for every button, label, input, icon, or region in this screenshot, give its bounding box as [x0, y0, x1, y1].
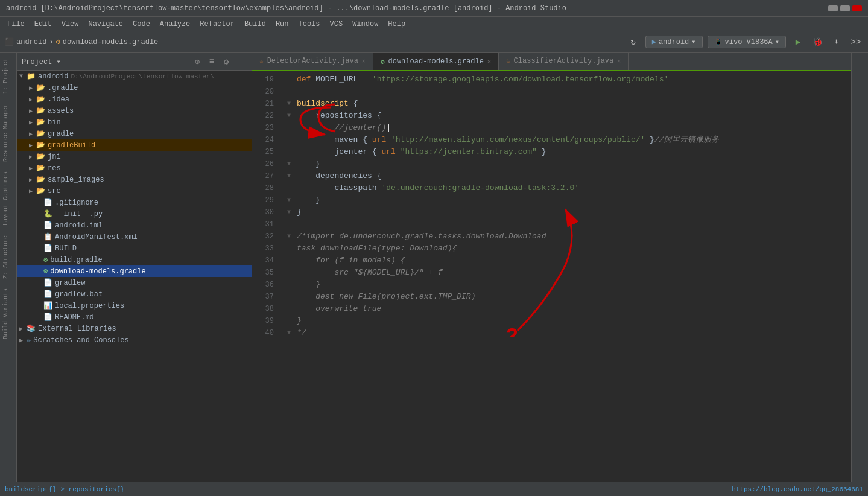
tree-gitignore[interactable]: 📄 .gitignore — [17, 197, 252, 208]
menu-window[interactable]: Window — [347, 19, 383, 30]
tree-sample-images[interactable]: ▶ 📂 sample_images — [17, 174, 252, 185]
tree-gradlew-bat[interactable]: 📄 gradlew.bat — [17, 288, 252, 300]
tab-detector-close[interactable]: ✕ — [362, 57, 366, 65]
minimize-btn[interactable] — [828, 5, 838, 11]
breadcrumb-status: buildscript{} > repositories{} — [5, 486, 124, 493]
tree-init-py-label: __init__.py — [55, 210, 103, 218]
tree-external-libraries[interactable]: ▶ 📚 External Libraries — [17, 323, 252, 334]
menu-analyze[interactable]: Analyze — [155, 19, 195, 30]
code-line-20 — [287, 86, 846, 98]
tree-idea[interactable]: ▶ 📂 .idea — [17, 94, 252, 105]
fold-21[interactable]: ▼ — [287, 98, 297, 110]
more-run-icon[interactable]: ⬇ — [829, 35, 844, 49]
debug-button[interactable]: 🐞 — [810, 35, 825, 49]
project-icon: ⬛ — [5, 37, 14, 46]
collapse-icon[interactable]: ≡ — [206, 56, 218, 68]
tab-download-models-close[interactable]: ✕ — [487, 58, 491, 65]
menu-file[interactable]: File — [2, 19, 30, 30]
tab-download-models[interactable]: ⚙ download-models.gradle ✕ — [373, 53, 499, 70]
fold-26[interactable]: ▼ — [287, 158, 297, 170]
menu-refactor[interactable]: Refactor — [195, 19, 239, 30]
device-dropdown[interactable]: 📱 vivo V1836A ▾ — [708, 36, 786, 48]
sidebar-title: Project ▾ — [22, 57, 188, 66]
menu-edit[interactable]: Edit — [30, 19, 57, 30]
code-line-21: ▼ buildscript { — [287, 98, 846, 110]
tree-android-iml[interactable]: 📄 android.iml — [17, 220, 252, 231]
maximize-btn[interactable] — [840, 5, 850, 11]
tree-gitignore-label: .gitignore — [55, 199, 98, 207]
menu-tools[interactable]: Tools — [294, 19, 325, 30]
tree-gradle[interactable]: ▶ 📂 .gradle — [17, 82, 252, 94]
code-line-25: jcenter { url "https://jcenter.bintray.c… — [287, 146, 846, 158]
menu-run[interactable]: Run — [271, 19, 294, 30]
tree-download-models-gradle[interactable]: ⚙ download-models.gradle — [17, 265, 252, 277]
tree-bin[interactable]: ▶ 📂 bin — [17, 116, 252, 128]
menu-code[interactable]: Code — [128, 19, 155, 30]
tree-assets-label: assets — [48, 107, 74, 115]
menu-build[interactable]: Build — [239, 19, 271, 30]
tree-gradlew[interactable]: 📄 gradlew — [17, 277, 252, 288]
sync-icon[interactable]: ↻ — [626, 35, 641, 49]
code-line-40: ▼ */ — [287, 327, 846, 339]
side-label-structure[interactable]: Z: Structure — [0, 231, 16, 284]
tree-gradle-dir[interactable]: ▶ 📂 gradle — [17, 128, 252, 139]
tree-init-py[interactable]: 🐍 __init__.py — [17, 208, 252, 220]
main-layout: 1: Project Resource Manager Layout Captu… — [0, 53, 868, 482]
right-side-panel — [851, 53, 868, 482]
menu-help[interactable]: Help — [383, 19, 410, 30]
tree-assets[interactable]: ▶ 📂 assets — [17, 105, 252, 116]
tree-jni-label: jni — [48, 153, 61, 161]
side-label-project[interactable]: 1: Project — [0, 53, 16, 99]
tree-src-label: src — [48, 187, 61, 196]
side-label-layout[interactable]: Layout Captures — [0, 167, 16, 231]
tree-res[interactable]: ▶ 📂 res — [17, 162, 252, 174]
code-line-30: ▼ } — [287, 206, 846, 218]
code-line-39: } — [287, 315, 846, 327]
run-config-dropdown[interactable]: ▶ android ▾ — [645, 36, 703, 48]
code-line-26: ▼ } — [287, 158, 846, 170]
tree-gradlebuild[interactable]: ▶ 📂 gradleBuild — [17, 139, 252, 151]
tree-scratches[interactable]: ▶ ✏ Scratches and Consoles — [17, 334, 252, 346]
tree-android-manifest-label: AndroidManifest.xml — [55, 233, 138, 241]
tree-jni[interactable]: ▶ 📂 jni — [17, 151, 252, 162]
menu-vcs[interactable]: VCS — [325, 19, 348, 30]
tab-classifier-activity[interactable]: ☕ ClassifierActivity.java ✕ — [499, 53, 629, 70]
tree-android-manifest[interactable]: 📋 AndroidManifest.xml — [17, 231, 252, 243]
locate-icon[interactable]: ⊕ — [191, 56, 203, 68]
breadcrumb-file: download-models.gradle — [63, 38, 158, 46]
side-label-build[interactable]: Build Variants — [0, 284, 16, 344]
run-button[interactable]: ▶ — [791, 35, 805, 49]
tree-readme[interactable]: 📄 README.md — [17, 311, 252, 323]
expand-icon[interactable]: >> — [849, 35, 863, 49]
sidebar: Project ▾ ⊕ ≡ ⚙ — ▼ 📁 android D:\Android… — [17, 53, 252, 482]
code-line-27: ▼ dependencies { — [287, 170, 846, 182]
fold-27[interactable]: ▼ — [287, 170, 297, 182]
fold-22[interactable]: ▼ — [287, 110, 297, 122]
chevron-down-icon: ▾ — [691, 37, 695, 46]
fold-29[interactable]: ▼ — [287, 194, 297, 206]
tree-local-properties[interactable]: 📊 local.properties — [17, 300, 252, 311]
tree-gradlebuild-label: gradleBuild — [48, 141, 95, 150]
settings-icon[interactable]: ⚙ — [220, 56, 232, 68]
fold-30[interactable]: ▼ — [287, 206, 297, 218]
tree-gradle-label: .gradle — [48, 84, 78, 92]
side-label-resource[interactable]: Resource Manager — [0, 99, 16, 167]
tab-classifier-close[interactable]: ✕ — [617, 57, 621, 65]
fold-40[interactable]: ▼ — [287, 327, 297, 339]
fold-32[interactable]: ▼ — [287, 231, 297, 243]
tree-bin-label: bin — [48, 118, 61, 127]
window-controls — [828, 5, 862, 11]
breadcrumb-project: android — [16, 38, 46, 46]
hide-icon[interactable]: — — [235, 56, 247, 68]
close-btn[interactable] — [852, 5, 862, 11]
tab-detector-activity[interactable]: ☕ DetectorActivity.java ✕ — [252, 53, 373, 70]
code-content[interactable]: def MODEL_URL = 'https://storage.googlea… — [282, 71, 851, 482]
menu-navigate[interactable]: Navigate — [83, 19, 128, 30]
menu-view[interactable]: View — [57, 19, 84, 30]
tree-build[interactable]: 📄 BUILD — [17, 243, 252, 254]
tree-build-gradle[interactable]: ⚙ build.gradle — [17, 254, 252, 265]
code-line-38: overwrite true — [287, 303, 846, 315]
tree-src[interactable]: ▶ 📂 src — [17, 185, 252, 197]
tree-root[interactable]: ▼ 📁 android D:\AndroidProject\tensorflow… — [17, 71, 252, 82]
code-editor[interactable]: 19 20 21 22 23 24 25 26 27 28 29 30 31 3… — [252, 71, 851, 482]
